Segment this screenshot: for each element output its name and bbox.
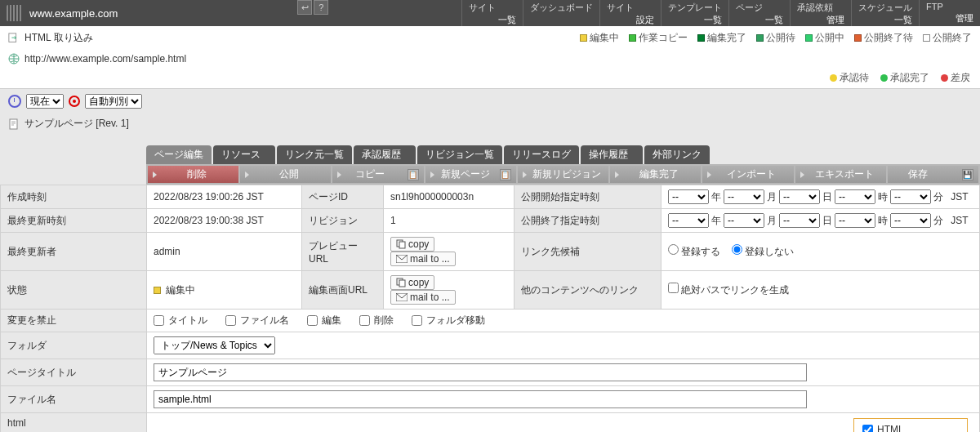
html-label: html [1, 413, 147, 433]
hour-select[interactable]: -- [835, 189, 875, 204]
nav-page-list[interactable]: ページ一覧 [728, 0, 790, 26]
status-publish-end-wait: 公開終了待 [854, 31, 913, 45]
detect-select[interactable]: 自動判別 [85, 94, 142, 109]
abs-path-checkbox[interactable]: 絶対パスでリンクを生成 [668, 284, 789, 296]
chk-edit[interactable]: 編集 [307, 314, 341, 327]
time-selector-row: 現在 自動判別 [0, 88, 980, 114]
title-label: ページタイトル [1, 359, 147, 386]
import-button[interactable]: インポート [702, 166, 793, 183]
nav-site-list[interactable]: サイト一覧 [461, 0, 523, 26]
status-publishing: 公開中 [805, 31, 844, 45]
nav-template-list[interactable]: テンプレート一覧 [661, 0, 728, 26]
page-title-text: サンプルページ [Rev. 1] [24, 117, 129, 131]
page-id-label: ページID [302, 185, 384, 209]
tab-revision-list[interactable]: リビジョン一覧 [417, 145, 502, 164]
new-page-button[interactable]: 新規ページ📋 [425, 166, 516, 183]
html-checkbox[interactable] [862, 425, 873, 433]
svg-rect-7 [399, 280, 405, 287]
pub-start-label: 公開開始指定時刻 [514, 185, 662, 209]
min-select[interactable]: -- [890, 189, 931, 204]
copy-edit-url-button[interactable]: copy [390, 275, 434, 290]
nav-schedule[interactable]: スケジュール一覧 [851, 0, 919, 26]
month-select[interactable]: -- [724, 189, 764, 204]
nav-site-settings[interactable]: サイト設定 [599, 0, 661, 26]
tab-approval-history[interactable]: 承認履歴 [354, 145, 416, 164]
page-icon [8, 118, 20, 130]
created-label: 作成時刻 [1, 185, 147, 209]
revision-value: 1 [384, 209, 514, 233]
mail-preview-url-button[interactable]: mail to ... [390, 252, 456, 266]
copy-button[interactable]: コピー📋 [332, 166, 423, 183]
register-no-radio[interactable]: 登録しない [732, 246, 794, 257]
publish-button[interactable]: 公開 [240, 166, 331, 183]
delete-button[interactable]: 削除 [148, 166, 238, 183]
page-mode-title: HTML 取り込み [24, 31, 93, 45]
nav-approval[interactable]: 承認依頼管理 [790, 0, 851, 26]
chk-folder-move[interactable]: フォルダ移動 [412, 314, 485, 327]
min-select[interactable]: -- [890, 213, 931, 228]
status-publish-wait: 公開待 [756, 31, 795, 45]
help-icon[interactable]: ? [314, 0, 328, 15]
mail-edit-url-button[interactable]: mail to ... [390, 290, 456, 305]
edit-url-actions: copy mail to ... [384, 271, 514, 310]
new-revision-button[interactable]: 新規リビジョン [518, 166, 608, 183]
status-edit-done: 編集完了 [697, 31, 746, 45]
status-publish-end: 公開終了 [923, 31, 972, 45]
tab-page-edit[interactable]: ページ編集 [146, 145, 212, 164]
approval-done: 承認完了 [880, 71, 929, 85]
pub-end-value: --年 --月 --日 --時 --分 JST [662, 209, 980, 233]
chk-filename[interactable]: ファイル名 [225, 314, 289, 327]
approval-wait: 承認待 [830, 71, 869, 85]
day-select[interactable]: -- [779, 213, 820, 228]
state-label: 状態 [1, 271, 147, 310]
filename-input[interactable] [154, 390, 807, 408]
time-select[interactable]: 現在 [26, 94, 64, 109]
clock-icon [8, 95, 21, 108]
updater-label: 最終更新者 [1, 233, 147, 271]
tab-op-history[interactable]: 操作履歴 [581, 145, 643, 164]
tab-resource[interactable]: リソース [213, 145, 275, 164]
edit-done-button[interactable]: 編集完了 [610, 166, 701, 183]
register-yes-radio[interactable]: 登録する [668, 246, 720, 257]
import-icon [8, 33, 20, 44]
clipboard-icon[interactable]: 📋 [408, 169, 419, 180]
created-value: 2022/08/23 19:00:26 JST [147, 185, 302, 209]
year-select[interactable]: -- [668, 189, 709, 204]
svg-rect-2 [10, 119, 17, 129]
nav-ftp[interactable]: FTP管理 [919, 0, 980, 26]
title-cell [147, 359, 980, 386]
chk-delete[interactable]: 削除 [359, 314, 394, 327]
copy-preview-url-button[interactable]: copy [390, 237, 434, 252]
mail-icon [396, 255, 408, 263]
year-select[interactable]: -- [668, 213, 709, 228]
approval-reject: 差戻 [941, 71, 970, 85]
page-url-row: http://www.example.com/sample.html [0, 50, 980, 68]
filename-cell [147, 386, 980, 413]
month-select[interactable]: -- [724, 213, 764, 228]
page-title-row: サンプルページ [Rev. 1] [0, 114, 980, 134]
save-icon[interactable]: 💾 [962, 169, 973, 180]
tab-link-src[interactable]: リンク元一覧 [277, 145, 352, 164]
day-select[interactable]: -- [779, 189, 820, 204]
back-icon[interactable]: ↩ [297, 0, 312, 15]
nav-dashboard[interactable]: ダッシュボード [523, 0, 599, 26]
html-cell: HTML アップロード [147, 413, 980, 433]
hour-select[interactable]: -- [835, 213, 875, 228]
page-form-table: 作成時刻 2022/08/23 19:00:26 JST ページID sn1l9… [0, 185, 980, 432]
tab-external-link[interactable]: 外部リンク [644, 145, 710, 164]
clipboard-icon[interactable]: 📋 [500, 169, 511, 180]
export-button[interactable]: エキスポート [795, 166, 886, 183]
chk-title[interactable]: タイトル [154, 314, 207, 327]
page-url: http://www.example.com/sample.html [24, 53, 186, 65]
revision-label: リビジョン [302, 209, 384, 233]
approval-legend: 承認待 承認完了 差戻 [0, 68, 980, 88]
save-button[interactable]: 保存💾 [888, 166, 978, 183]
folder-select[interactable]: トップ/News & Topics [154, 336, 275, 354]
folder-label: フォルダ [1, 332, 147, 359]
updated-value: 2022/08/23 19:00:38 JST [147, 209, 302, 233]
tab-release-log[interactable]: リリースログ [504, 145, 579, 164]
pub-end-label: 公開終了指定時刻 [514, 209, 662, 233]
title-input[interactable] [154, 363, 807, 381]
filename-label: ファイル名 [1, 386, 147, 413]
preview-url-actions: copy mail to ... [384, 233, 514, 271]
